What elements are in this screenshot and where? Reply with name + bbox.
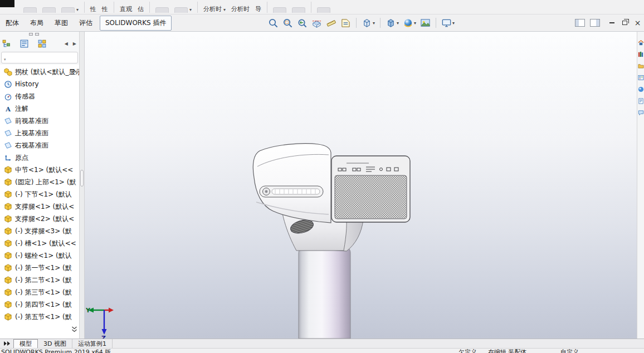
tree-item[interactable]: (-) 第二节<1> (默 xyxy=(0,274,79,286)
model-crutch[interactable] xyxy=(85,32,637,339)
ribbon-button-partial[interactable] xyxy=(273,7,286,13)
tab-featuremanager-tree[interactable] xyxy=(2,39,11,48)
panel-splitter-handle[interactable] xyxy=(80,170,84,187)
tree-item-label: (-) 第二节<1> (默 xyxy=(15,276,72,285)
ribbon-button-partial[interactable]: 性 xyxy=(90,6,96,13)
tree-item-label: 上视基准面 xyxy=(15,129,48,138)
ribbon-button-partial[interactable] xyxy=(317,7,330,13)
featuremanager-tab-strip: ◀ ▶ xyxy=(0,37,79,50)
ribbon-button-partial[interactable]: 估 xyxy=(138,6,144,13)
tree-item-label: 右视基准面 xyxy=(15,141,48,150)
zoom-to-fit-icon xyxy=(268,18,279,28)
ribbon-button-partial[interactable]: ▾ xyxy=(61,7,79,13)
tree-item[interactable]: 支撑腿<1> (默认< xyxy=(0,200,79,213)
tree-item[interactable]: (-) 下节<1> (默认 xyxy=(0,188,79,200)
scroll-right-icon[interactable]: ▶ xyxy=(73,41,76,46)
zoom-to-area-button[interactable] xyxy=(282,17,294,29)
ribbon-button-partial[interactable]: 分析时▾ xyxy=(203,6,226,13)
tree-item[interactable]: (-) 第四节<1> (默 xyxy=(0,298,79,311)
measure-icon xyxy=(326,18,336,28)
tree-item-label: 中节<1> (默认<< xyxy=(15,165,73,175)
view-settings-button[interactable]: ▾ xyxy=(441,17,455,29)
document-tab[interactable]: 3D 视图 xyxy=(38,339,72,348)
tree-item[interactable]: (-) 第五节<1> (默 xyxy=(0,311,79,323)
ribbon-button-partial[interactable] xyxy=(42,7,56,13)
tab-scroll-icon[interactable] xyxy=(0,339,13,348)
display-pane-splitter[interactable] xyxy=(0,32,79,37)
annotation-views-button[interactable] xyxy=(340,17,352,29)
tree-item[interactable]: 上视基准面 xyxy=(0,127,79,139)
previous-view-button[interactable] xyxy=(296,17,308,29)
tree-item[interactable]: History xyxy=(0,78,79,90)
tree-item[interactable]: 原点 xyxy=(0,151,79,164)
tree-item[interactable]: 右视基准面 xyxy=(0,139,79,151)
pane-right-icon[interactable] xyxy=(590,19,600,27)
history-icon xyxy=(4,80,12,89)
commandmanager-tab[interactable]: 配体 xyxy=(0,16,25,30)
commandmanager-tab[interactable]: 评估 xyxy=(74,16,98,30)
pane-left-icon[interactable] xyxy=(575,19,585,27)
panel-splitter[interactable] xyxy=(80,32,85,339)
taskpane-forum-button[interactable] xyxy=(638,110,644,116)
ribbon-button-partial[interactable] xyxy=(292,7,305,13)
tree-item[interactable]: (-) 槽<1> (默认<< xyxy=(0,237,79,249)
taskpane-design-library-button[interactable] xyxy=(638,51,644,57)
tab-configurationmanager[interactable] xyxy=(37,39,47,48)
tree-item-label: (-) 第三节<1> (默 xyxy=(15,288,72,297)
section-view-button[interactable] xyxy=(311,17,323,29)
commandmanager-tab[interactable]: 草图 xyxy=(49,16,74,30)
window-controls: × xyxy=(575,14,644,31)
taskpane-appearances-button[interactable] xyxy=(638,86,644,92)
close-button[interactable]: × xyxy=(632,17,643,28)
commandmanager-tab[interactable]: SOLIDWORKS 插件 xyxy=(100,16,172,31)
featuremanager-filter[interactable]: ▾ xyxy=(1,52,78,63)
taskpane-view-palette-button[interactable] xyxy=(638,75,644,81)
tree-item[interactable]: A 注解 xyxy=(0,102,79,115)
more-items-below-icon[interactable] xyxy=(71,326,77,334)
ribbon-separator xyxy=(84,2,85,13)
toolbar-separator xyxy=(356,18,357,28)
tree-item[interactable]: (固定) 上部<1> (默 xyxy=(0,176,79,188)
collapse-tree-icon[interactable] xyxy=(71,67,77,75)
view-orientation-button[interactable]: ▾ xyxy=(361,17,375,29)
status-units[interactable]: 自定义 xyxy=(560,349,579,353)
ribbon-button-partial[interactable]: 分析时 xyxy=(231,6,250,13)
tree-item[interactable]: 传感器 xyxy=(0,90,79,102)
taskpane-custom-properties-button[interactable] xyxy=(638,98,644,104)
viewport-3d[interactable]: Y Z xyxy=(85,32,637,339)
ribbon-button-partial[interactable]: 直观 xyxy=(120,6,132,13)
tree-item[interactable]: (-) 螺栓<1> (默认 xyxy=(0,249,79,262)
tree-item[interactable]: 拐杖 (默认<默认_显示 xyxy=(0,66,79,78)
scroll-left-icon[interactable]: ◀ xyxy=(65,41,68,46)
tree-item[interactable]: (-) 第一节<1> (默 xyxy=(0,262,79,274)
ribbon-button-partial[interactable]: 导 xyxy=(255,6,261,13)
sensors-icon xyxy=(4,92,12,101)
zoom-to-fit-button[interactable] xyxy=(267,17,279,29)
tree-item[interactable]: (-) 第三节<1> (默 xyxy=(0,286,79,298)
tree-item-label: (-) 下节<1> (默认 xyxy=(15,190,72,199)
status-define-state: 欠定义 xyxy=(458,349,477,353)
ribbon-button-partial[interactable] xyxy=(155,7,169,13)
tab-propertymanager[interactable] xyxy=(19,39,29,48)
ribbon-button-partial[interactable] xyxy=(23,7,37,13)
taskpane-resources-button[interactable] xyxy=(638,40,644,46)
minimize-button[interactable] xyxy=(606,17,618,28)
edit-appearance-button[interactable]: ▾ xyxy=(402,17,417,29)
display-style-button[interactable]: ▾ xyxy=(385,17,399,29)
tree-item[interactable]: 中节<1> (默认<< xyxy=(0,164,79,176)
tree-item[interactable]: 支撑腿<2> (默认< xyxy=(0,213,79,225)
taskpane-file-explorer-button[interactable] xyxy=(638,63,644,69)
measure-button[interactable] xyxy=(325,17,337,29)
tree-item[interactable]: 前视基准面 xyxy=(0,115,79,127)
document-tab[interactable]: 模型 xyxy=(13,339,38,348)
ribbon-button-partial[interactable]: 性 xyxy=(102,6,108,13)
commandmanager-tab-label: SOLIDWORKS 插件 xyxy=(105,19,166,27)
tree-item[interactable]: (-) 支撑腿<3> (默 xyxy=(0,225,79,237)
document-tab[interactable]: 运动算例1 xyxy=(72,339,113,348)
part-icon xyxy=(4,313,12,321)
restore-button[interactable] xyxy=(619,17,631,28)
ribbon-button-partial[interactable]: ▾ xyxy=(174,7,192,13)
commandmanager-tab[interactable]: 布局 xyxy=(25,16,49,30)
apply-scene-button[interactable] xyxy=(419,17,431,29)
part-icon xyxy=(4,178,12,187)
